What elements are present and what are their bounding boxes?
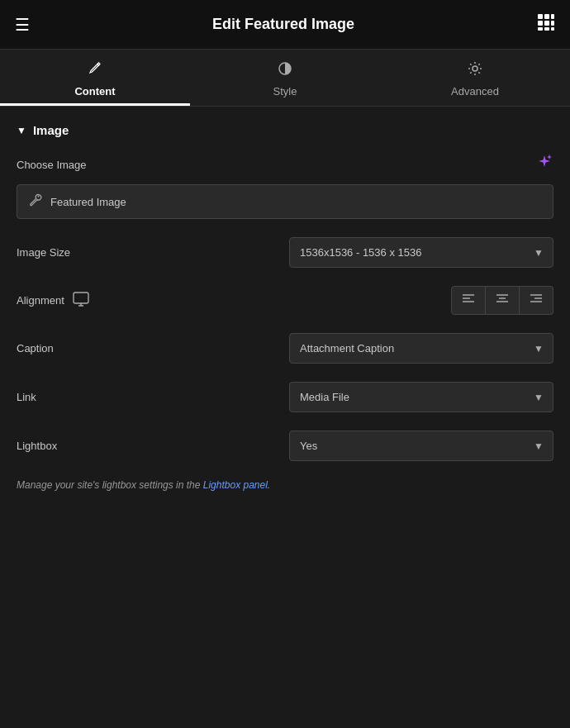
collapse-arrow-icon[interactable]: ▼ <box>17 125 26 136</box>
tab-content[interactable]: Content <box>0 50 190 106</box>
align-right-button[interactable] <box>520 286 553 315</box>
tab-content-label: Content <box>74 85 115 98</box>
section-title: Image <box>33 123 69 137</box>
link-select-wrapper: Media File None Custom URL Attachment Pa… <box>289 382 553 412</box>
ai-sparkle-icon[interactable] <box>535 154 553 176</box>
align-left-button[interactable] <box>451 286 486 315</box>
monitor-icon <box>73 292 89 310</box>
caption-label: Caption <box>17 342 54 354</box>
image-size-label: Image Size <box>17 246 70 259</box>
svg-rect-0 <box>538 14 543 19</box>
align-center-button[interactable] <box>486 286 520 315</box>
choose-image-row: Choose Image <box>17 154 553 176</box>
image-section-header: ▼ Image <box>17 123 553 137</box>
page-title: Edit Featured Image <box>212 16 354 33</box>
svg-rect-4 <box>544 21 549 26</box>
svg-rect-1 <box>544 14 549 19</box>
image-size-select-wrapper: 1536x1536 - 1536 x 1536 Thumbnail - 150 … <box>289 237 553 268</box>
svg-rect-6 <box>538 27 543 31</box>
svg-rect-5 <box>551 21 554 26</box>
alignment-buttons <box>451 286 553 315</box>
tab-advanced[interactable]: Advanced <box>380 50 570 106</box>
lightbox-row: Lightbox Yes No ▼ <box>17 431 553 461</box>
link-row: Link Media File None Custom URL Attachme… <box>17 382 553 412</box>
image-input[interactable]: Featured Image <box>17 184 553 219</box>
wrench-icon <box>29 193 42 210</box>
image-size-row: Image Size 1536x1536 - 1536 x 1536 Thumb… <box>17 237 553 268</box>
choose-image-label: Choose Image <box>17 159 87 171</box>
tab-style-label: Style <box>273 85 297 98</box>
link-select[interactable]: Media File None Custom URL Attachment Pa… <box>289 382 553 412</box>
content-panel: ▼ Image Choose Image Featured Image Imag… <box>0 107 570 516</box>
caption-select[interactable]: Attachment Caption None Custom Caption <box>289 333 553 364</box>
image-size-select[interactable]: 1536x1536 - 1536 x 1536 Thumbnail - 150 … <box>289 237 553 268</box>
svg-rect-8 <box>551 27 554 31</box>
lightbox-select[interactable]: Yes No <box>289 431 553 461</box>
app-header: ☰ Edit Featured Image <box>0 0 570 50</box>
link-label: Link <box>17 391 36 403</box>
svg-rect-7 <box>544 27 549 31</box>
advanced-tab-icon <box>468 61 482 80</box>
tab-style[interactable]: Style <box>190 50 380 106</box>
lightbox-label: Lightbox <box>17 440 57 452</box>
grid-icon[interactable] <box>537 13 555 36</box>
caption-row: Caption Attachment Caption None Custom C… <box>17 333 553 364</box>
caption-select-wrapper: Attachment Caption None Custom Caption ▼ <box>289 333 553 364</box>
svg-point-11 <box>38 196 40 197</box>
style-tab-icon <box>278 61 292 80</box>
svg-rect-12 <box>74 293 88 303</box>
svg-point-10 <box>473 66 477 71</box>
lightbox-panel-link[interactable]: Lightbox panel <box>203 479 268 491</box>
svg-rect-2 <box>551 14 554 19</box>
alignment-row: Alignment <box>17 286 553 315</box>
lightbox-select-wrapper: Yes No ▼ <box>289 431 553 461</box>
lightbox-note: Manage your site's lightbox settings in … <box>17 479 553 491</box>
image-input-value: Featured Image <box>50 196 126 208</box>
content-tab-icon <box>88 61 102 80</box>
svg-rect-3 <box>538 21 543 26</box>
lightbox-note-text: Manage your site's lightbox settings in … <box>17 479 200 491</box>
tab-advanced-label: Advanced <box>451 85 499 98</box>
hamburger-icon[interactable]: ☰ <box>15 15 30 35</box>
alignment-label: Alignment <box>17 294 64 307</box>
alignment-label-group: Alignment <box>17 292 89 310</box>
tab-bar: Content Style Advanced <box>0 50 570 107</box>
